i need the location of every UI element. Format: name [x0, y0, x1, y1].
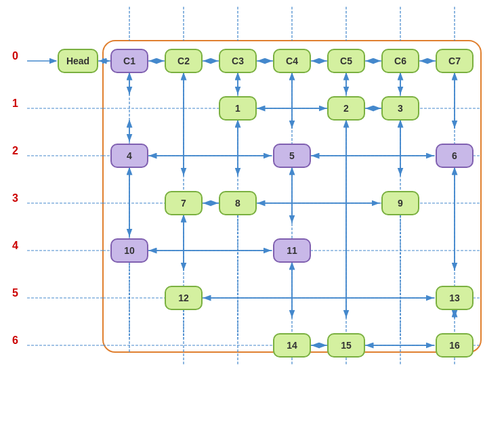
row-label-3: 3: [12, 192, 18, 204]
node-3: 3: [381, 96, 419, 121]
node-7: 7: [165, 191, 203, 215]
row-label-4: 4: [12, 240, 18, 252]
node-2: 2: [327, 96, 365, 121]
node-c4: C4: [273, 49, 311, 73]
node-c5: C5: [327, 49, 365, 73]
node-6: 6: [436, 144, 474, 168]
row-label-1: 1: [12, 98, 18, 110]
node-c6: C6: [381, 49, 419, 73]
node-8: 8: [219, 191, 257, 215]
node-14: 14: [273, 333, 311, 358]
node-c2: C2: [165, 49, 203, 73]
node-c7: C7: [436, 49, 474, 73]
node-11: 11: [273, 238, 311, 263]
node-1: 1: [219, 96, 257, 121]
node-c3: C3: [219, 49, 257, 73]
row-label-0: 0: [12, 50, 18, 62]
node-13: 13: [436, 286, 474, 310]
node-5: 5: [273, 144, 311, 168]
node-10: 10: [110, 238, 148, 263]
svg-rect-2: [103, 41, 481, 352]
row-label-2: 2: [12, 145, 18, 157]
node-12: 12: [165, 286, 203, 310]
node-head: Head: [58, 49, 98, 73]
node-4: 4: [110, 144, 148, 168]
row-label-5: 5: [12, 287, 18, 299]
node-16: 16: [436, 333, 474, 358]
node-c1: C1: [110, 49, 148, 73]
node-9: 9: [381, 191, 419, 215]
node-15: 15: [327, 333, 365, 358]
row-label-6: 6: [12, 334, 18, 347]
